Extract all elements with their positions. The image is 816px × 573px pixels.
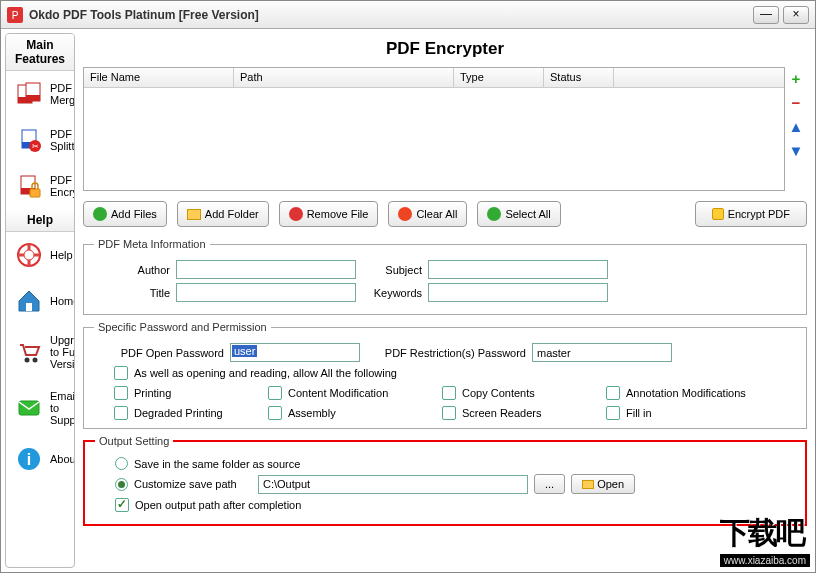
close-button[interactable]: × [783, 6, 809, 24]
file-list[interactable]: File Name Path Type Status + − ▲ ▼ [83, 67, 785, 191]
col-type[interactable]: Type [454, 68, 544, 87]
custom-path-radio[interactable] [115, 478, 128, 491]
sidebar-item-merger[interactable]: PDF Merger [6, 71, 74, 117]
minus-icon [289, 207, 303, 221]
remove-icon[interactable]: − [788, 96, 804, 112]
title-label: Title [94, 287, 170, 299]
main-panel: PDF Encrypter File Name Path Type Status… [79, 33, 811, 568]
content-mod-checkbox[interactable] [268, 386, 282, 400]
restrict-pw-label: PDF Restriction(s) Password [366, 347, 526, 359]
x-icon [398, 207, 412, 221]
open-pw-label: PDF Open Password [94, 347, 224, 359]
sidebar-item-label: Home [50, 295, 75, 307]
col-status[interactable]: Status [544, 68, 614, 87]
plus-icon [93, 207, 107, 221]
sidebar-item-splitter[interactable]: ✂ PDF Splitter [6, 117, 74, 163]
svg-text:P: P [12, 10, 19, 21]
info-icon: i [16, 446, 42, 472]
annotation-checkbox[interactable] [606, 386, 620, 400]
allow-all-label: As well as opening and reading, allow Al… [134, 367, 397, 379]
open-folder-button[interactable]: Open [571, 474, 635, 494]
open-after-label: Open output path after completion [135, 499, 301, 511]
sidebar-item-help[interactable]: Help [6, 232, 74, 278]
open-after-checkbox[interactable] [115, 498, 129, 512]
sidebar-item-encrypter[interactable]: PDF Encrypter [6, 163, 74, 209]
svg-point-17 [33, 358, 38, 363]
app-icon: P [7, 7, 23, 23]
page-title: PDF Encrypter [79, 33, 811, 65]
meta-fieldset: PDF Meta Information Author Subject Titl… [83, 238, 807, 315]
author-input[interactable] [176, 260, 356, 279]
screen-readers-checkbox[interactable] [442, 406, 456, 420]
svg-rect-12 [30, 189, 40, 197]
sidebar-header-help: Help [6, 209, 74, 232]
sidebar-item-label: Email to Support [50, 390, 75, 426]
toolbar: Add Files Add Folder Remove File Clear A… [79, 193, 811, 235]
minimize-button[interactable]: — [753, 6, 779, 24]
custom-path-input[interactable] [258, 475, 528, 494]
add-files-button[interactable]: Add Files [83, 201, 167, 227]
sidebar-item-label: Upgrade to Full Version [50, 334, 75, 370]
sidebar-item-upgrade[interactable]: Upgrade to Full Version [6, 324, 74, 380]
mail-icon [16, 395, 42, 421]
file-list-header: File Name Path Type Status [84, 68, 784, 88]
sidebar-item-label: PDF Encrypter [50, 174, 75, 198]
move-up-icon[interactable]: ▲ [788, 120, 804, 136]
output-legend: Output Setting [95, 435, 173, 447]
keywords-input[interactable] [428, 283, 608, 302]
same-folder-radio[interactable] [115, 457, 128, 470]
pdf-merger-icon [16, 81, 42, 107]
browse-button[interactable]: ... [534, 474, 565, 494]
subject-input[interactable] [428, 260, 608, 279]
sidebar-item-email[interactable]: Email to Support [6, 380, 74, 436]
pdf-splitter-icon: ✂ [16, 127, 42, 153]
keywords-label: Keywords [362, 287, 422, 299]
clear-all-button[interactable]: Clear All [388, 201, 467, 227]
lock-icon [712, 208, 724, 220]
check-icon [487, 207, 501, 221]
title-input[interactable] [176, 283, 356, 302]
svg-rect-5 [26, 95, 40, 101]
fillin-checkbox[interactable] [606, 406, 620, 420]
add-folder-button[interactable]: Add Folder [177, 201, 269, 227]
add-icon[interactable]: + [788, 72, 804, 88]
svg-rect-18 [19, 401, 39, 415]
sidebar-header-main: Main Features [6, 34, 74, 71]
author-label: Author [94, 264, 170, 276]
col-path[interactable]: Path [234, 68, 454, 87]
allow-all-checkbox[interactable] [114, 366, 128, 380]
printing-checkbox[interactable] [114, 386, 128, 400]
sidebar-item-label: Help [50, 249, 73, 261]
svg-text:✂: ✂ [32, 142, 39, 151]
sidebar-item-about[interactable]: i About [6, 436, 74, 482]
svg-point-16 [25, 358, 30, 363]
pdf-encrypter-icon [16, 173, 42, 199]
meta-legend: PDF Meta Information [94, 238, 210, 250]
permission-fieldset: Specific Password and Permission PDF Ope… [83, 321, 807, 429]
move-down-icon[interactable]: ▼ [788, 144, 804, 160]
permission-legend: Specific Password and Permission [94, 321, 271, 333]
encrypt-pdf-button[interactable]: Encrypt PDF [695, 201, 807, 227]
custom-path-label: Customize save path [134, 478, 252, 490]
lifebuoy-icon [16, 242, 42, 268]
svg-point-14 [24, 250, 34, 260]
same-folder-label: Save in the same folder as source [134, 458, 300, 470]
col-filename[interactable]: File Name [84, 68, 234, 87]
subject-label: Subject [362, 264, 422, 276]
sidebar-item-label: PDF Merger [50, 82, 75, 106]
app-window: P Okdo PDF Tools Platinum [Free Version]… [0, 0, 816, 573]
sidebar-item-home[interactable]: Home [6, 278, 74, 324]
sidebar-item-label: About [50, 453, 75, 465]
copy-checkbox[interactable] [442, 386, 456, 400]
assembly-checkbox[interactable] [268, 406, 282, 420]
window-title: Okdo PDF Tools Platinum [Free Version] [29, 8, 749, 22]
output-fieldset: Output Setting Save in the same folder a… [83, 435, 807, 526]
cart-icon [16, 339, 42, 365]
remove-file-button[interactable]: Remove File [279, 201, 379, 227]
sidebar-item-label: PDF Splitter [50, 128, 75, 152]
folder-open-icon [582, 480, 594, 489]
restrict-pw-input[interactable] [532, 343, 672, 362]
home-icon [16, 288, 42, 314]
degraded-checkbox[interactable] [114, 406, 128, 420]
select-all-button[interactable]: Select All [477, 201, 560, 227]
